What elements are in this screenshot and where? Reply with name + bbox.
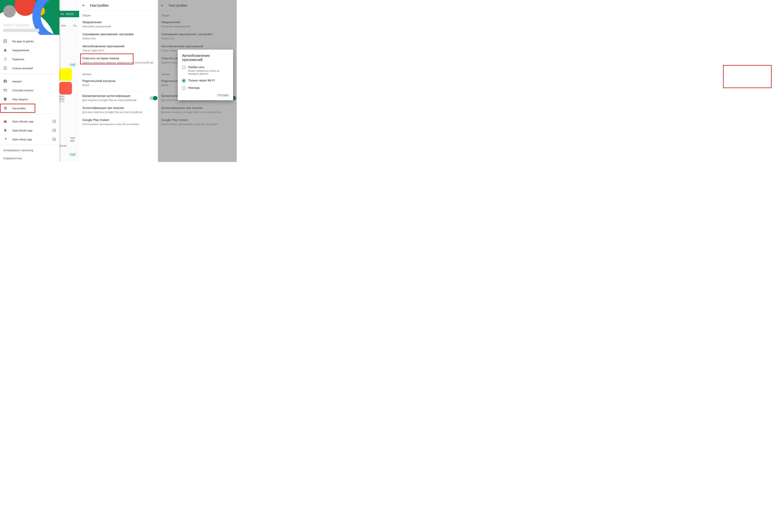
drawer-item-notifications[interactable]: Уведомления [0,46,60,55]
setting-title: Очистить историю поиска [82,56,155,60]
drawer-item-promo[interactable]: Активировать промокод [0,146,60,154]
drawer-item-subscriptions[interactable]: Подписки [0,55,60,63]
radio-option-never[interactable]: Никогда [179,84,232,92]
setting-play-instant[interactable]: Google Play Instant Использовать приложе… [79,116,158,128]
done-button[interactable]: ГОТОВО [217,94,229,97]
setting-purchase-auth[interactable]: Аутентификация при покупке Для всех поку… [79,104,158,116]
radio-label: Только через Wi-Fi [188,79,215,82]
drawer-item-payment[interactable]: Способы оплаты [0,86,60,95]
apps-icon [3,39,7,43]
drawer-item-open-movies[interactable]: Open Movies app [0,117,60,126]
svg-rect-5 [4,121,7,123]
radio-option-wifi-only[interactable]: Только через Wi-Fi [179,77,232,84]
app-tile[interactable] [60,68,79,81]
setting-biometric[interactable]: Биометрическая аутентификация Для покупо… [79,92,158,104]
section-label-general: Общие [79,11,158,18]
drawer-item-label: Настройки [12,107,25,110]
drawer-item-label: Список желаний [12,67,33,70]
divider [0,145,60,145]
app-name: AliEx [60,95,79,98]
store-app-tiles: AliEx Smar 63 M [60,68,79,104]
drawer-item-label: Play Защита [12,98,28,101]
screenshot-dialog: Настройки Общие Уведомления Настройки ув… [158,0,237,162]
setting-notifications[interactable]: Уведомления Настройки уведомлений [79,18,158,30]
svg-rect-3 [4,89,7,91]
divider [79,69,158,69]
setting-subtitle: ВЫКЛ [82,84,155,87]
radio-icon [182,79,186,83]
setting-title: Скачивание приложения: настройки [82,32,155,36]
setting-title: Биометрическая аутентификация [82,94,155,98]
drawer-item-account[interactable]: Аккаунт [0,77,60,86]
divider [0,114,60,114]
drawer-item-label: My apps & games [12,40,34,43]
setting-title: Аутентификация при покупке [82,106,155,110]
drawer-item-open-music[interactable]: Open Music app [0,135,60,144]
app-sub: Smar [60,98,79,100]
setting-subtitle: Использовать приложения и игры без устан… [82,123,155,126]
navigation-drawer: Энакин Скайуокер My apps & games Уведомл… [0,0,60,162]
drawer-item-label: Аккаунт [12,80,22,83]
shield-icon [3,97,7,101]
drawer-item-open-books[interactable]: Open Books app [0,126,60,135]
store-tab[interactable]: MUSIC [65,11,75,17]
drawer-item-play-protect[interactable]: Play Защита [0,95,60,104]
avatar[interactable] [3,5,16,18]
bookmark-icon [3,66,7,70]
toggle-switch[interactable] [150,96,157,100]
app-name: Yand [70,137,75,139]
music-icon [3,137,7,141]
setting-clear-history[interactable]: Очистить историю поиска Удалить поисковы… [79,54,158,66]
books-icon [3,128,7,132]
app-size: 63 M [60,100,79,103]
app-icon [60,82,72,95]
store-group-label: Choi... [61,24,68,27]
drawer-item-label: Способы оплаты [12,89,33,92]
app-price: 289.00 [60,144,67,147]
drawer-item-my-apps[interactable]: My apps & games [0,37,60,46]
drawer-item-wishlist[interactable]: Список желаний [0,63,60,73]
card-icon [3,88,7,92]
setting-title: Автообновление приложений [82,44,155,48]
radio-option-any-network[interactable]: Любая сеть Может взиматься плата за пере… [179,63,232,77]
setting-subtitle: Настройки уведомлений [82,25,155,28]
auto-update-dialog: Автообновление приложений Любая сеть Мож… [178,49,233,100]
drawer-header: Энакин Скайуокер [0,0,60,35]
dialog-actions: ГОТОВО [179,92,232,99]
page-title: Настройки [90,3,108,8]
account-icon [3,79,7,83]
setting-title: Google Play Instant [82,118,155,122]
drawer-item-help[interactable]: Справка/отзыв [0,154,60,162]
svg-point-2 [5,80,6,82]
radio-icon [182,86,186,90]
store-tab[interactable]: KS [60,11,65,17]
setting-auto-update[interactable]: Автообновление приложений Только через W… [79,42,158,54]
drawer-section-main: My apps & games Уведомления Подписки Спи… [0,35,60,73]
setting-subtitle: Любая сеть [82,37,155,40]
back-arrow-icon[interactable] [82,3,86,7]
setting-subtitle: Для покупок в Google Play на этом устрой… [82,99,155,102]
setting-title: Родительский контроль [82,79,155,83]
more-chip[interactable]: ЕЩЁ [68,62,77,67]
setting-parental[interactable]: Родительский контроль ВЫКЛ [79,77,158,89]
drawer-item-label: Open Music app [12,138,32,141]
more-chip[interactable]: ЕЩЁ [68,152,77,156]
open-external-icon [52,119,56,123]
dialog-title: Автообновление приложений [179,53,232,63]
setting-download-pref[interactable]: Скачивание приложения: настройки Любая с… [79,30,158,42]
screenshot-settings: Настройки Общие Уведомления Настройки ув… [79,0,158,162]
app-tile[interactable]: AliEx Smar 63 M [60,82,79,103]
profile-name: Энакин Скайуокер [3,23,29,27]
drawer-item-label: Open Books app [12,129,32,132]
drawer-item-settings[interactable]: Настройки [0,104,35,113]
setting-subtitle: Для всех покупок в Google Play на этом у… [82,111,155,114]
radio-icon [182,65,186,69]
drawer-section-account: Аккаунт Способы оплаты Play Защита Настр… [0,75,60,113]
bell-icon [3,48,7,52]
open-external-icon [52,128,56,132]
radio-sublabel: Может взиматься плата за передачу данных [188,70,229,75]
section-label-personal: Личные [79,70,158,77]
store-group-label: Fa... [73,24,78,27]
setting-subtitle: Только через Wi-Fi [82,49,155,52]
radio-label: Никогда [188,86,200,90]
